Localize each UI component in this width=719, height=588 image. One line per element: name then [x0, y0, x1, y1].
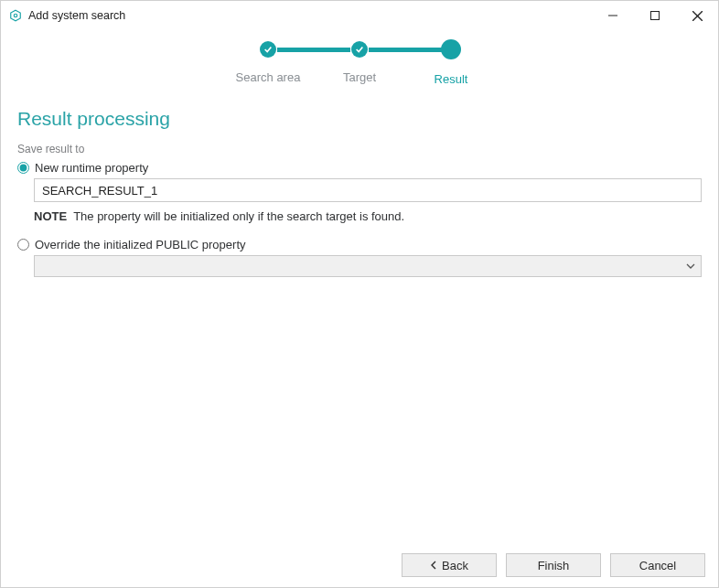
window-controls: [592, 1, 718, 30]
cancel-button-label: Cancel: [639, 559, 676, 572]
step-label: Search area: [236, 70, 301, 84]
current-step-icon: [441, 39, 461, 59]
radio-override[interactable]: [17, 239, 29, 251]
radio-new-runtime[interactable]: [17, 162, 29, 174]
radio-row-override: Override the initialized PUBLIC property: [17, 238, 702, 251]
check-icon: [260, 41, 276, 58]
override-property-select[interactable]: [34, 255, 702, 277]
minimize-button[interactable]: [592, 1, 634, 30]
step-label: Result: [435, 72, 468, 86]
radio-label-new-runtime[interactable]: New runtime property: [35, 161, 148, 175]
chevron-down-icon: [686, 262, 695, 271]
step-label: Target: [343, 70, 376, 84]
group-label-save-result: Save result to: [17, 143, 702, 155]
wizard-stepper: Search area Target Result: [1, 41, 718, 86]
check-icon: [351, 41, 368, 58]
svg-rect-3: [651, 12, 660, 20]
app-icon: [8, 8, 23, 23]
window-title: Add system search: [28, 9, 125, 22]
maximize-button[interactable]: [634, 1, 676, 30]
note-prefix: NOTE: [34, 209, 67, 223]
stepper-bar: [369, 48, 442, 52]
cancel-button[interactable]: Cancel: [610, 553, 705, 577]
back-button-label: Back: [442, 559, 468, 572]
finish-button[interactable]: Finish: [506, 553, 601, 577]
titlebar: Add system search: [1, 1, 718, 30]
note-text: NOTE The property will be initialized on…: [34, 209, 702, 223]
close-button[interactable]: [676, 1, 718, 30]
note-body: The property will be initialized only if…: [73, 209, 404, 223]
content-area: Result processing Save result to New run…: [1, 86, 718, 543]
footer: Back Finish Cancel: [1, 543, 718, 587]
page-title: Result processing: [17, 108, 702, 130]
radio-label-override[interactable]: Override the initialized PUBLIC property: [35, 238, 246, 251]
svg-point-1: [14, 14, 17, 17]
chevron-left-icon: [430, 561, 437, 570]
radio-row-new-runtime: New runtime property: [17, 161, 702, 175]
back-button[interactable]: Back: [402, 553, 497, 577]
runtime-property-input[interactable]: [34, 178, 702, 202]
svg-marker-0: [11, 10, 21, 21]
finish-button-label: Finish: [538, 559, 570, 572]
stepper-bar: [277, 48, 350, 52]
